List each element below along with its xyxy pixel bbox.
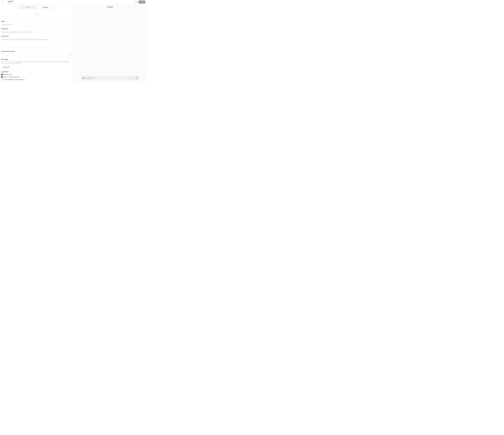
chevron-left-icon [1,1,3,3]
name-label: Name [1,21,72,22]
status-dot-icon [8,2,8,3]
preview-message-input[interactable] [86,77,134,79]
starter-remove-button[interactable] [69,53,72,56]
capability-checkbox-dalle[interactable] [1,76,3,78]
help-button[interactable]: ? [143,78,145,80]
code-interpreter-help-icon[interactable]: ? [24,79,26,80]
preview-input-wrap [73,76,147,82]
capability-checkbox-web[interactable] [1,74,3,75]
starter-row [1,53,72,56]
form-section: Name Description Instructions Conversati… [0,19,73,82]
status-text: Draft [9,2,11,3]
arrow-up-icon [136,77,138,79]
upload-avatar-button[interactable]: ＋ [34,12,40,18]
upload-files-button[interactable]: Upload files [1,65,11,69]
capabilities-label: Capabilities [1,71,72,72]
tabs-wrapper: Create Configure [0,4,73,9]
capability-row-web: Web Browsing [1,73,72,76]
capability-row-dalle: DALL·E Image Generation [1,76,72,78]
draft-status: Draft [8,2,14,3]
tab-create[interactable]: Create [19,6,36,9]
expand-textarea-button[interactable] [70,45,71,47]
capability-label: DALL·E Image Generation [4,76,19,78]
close-icon [70,54,71,55]
main-split: Create Configure ＋ Name Description Inst… [0,4,147,82]
preview-placeholder-icon [108,41,112,44]
tabs: Create Configure [19,5,55,9]
header-bar: New GPT Draft ••• Create [0,0,147,4]
instructions-label: Instructions [1,35,72,37]
create-button[interactable]: Create [138,0,145,4]
tab-configure[interactable]: Configure [36,6,54,9]
starters-label: Conversation starters [1,51,72,52]
name-input[interactable] [1,23,72,26]
description-input[interactable] [1,30,72,34]
svg-line-1 [70,46,71,46]
back-button[interactable] [1,1,3,3]
knowledge-label: Knowledge [1,59,72,60]
send-button[interactable] [135,77,138,79]
paperclip-icon [82,77,84,79]
preview-center [73,9,147,76]
configure-panel: Create Configure ＋ Name Description Inst… [0,4,73,82]
capability-label: Code Interpreter & Data Analysis [4,79,23,80]
capability-row-code: Code Interpreter & Data Analysis ? [1,78,72,81]
gpt-avatar-placeholder-icon [4,1,7,4]
description-label: Description [1,28,72,29]
plus-icon: ＋ [36,13,38,16]
knowledge-help-text: If you upload files under Knowledge, con… [1,61,70,64]
preview-panel: Preview ? [73,4,147,82]
header-title-block: New GPT Draft [8,1,14,3]
header-left: New GPT Draft [1,1,14,4]
capability-checkbox-code[interactable] [1,79,3,80]
preview-message-bar [81,76,139,80]
attach-button[interactable] [82,77,85,79]
instructions-wrap [1,38,72,48]
instructions-input[interactable] [1,38,72,47]
more-menu-button[interactable]: ••• [135,1,137,3]
header-right: ••• Create [135,0,146,4]
cube-icon [109,42,111,44]
starter-input[interactable] [1,53,69,56]
svg-line-0 [71,45,71,46]
page-title: New GPT [8,1,14,2]
expand-icon [70,45,71,46]
avatar-upload-area: ＋ [0,9,73,19]
preview-title: Preview [73,4,147,9]
capability-label: Web Browsing [4,74,12,75]
